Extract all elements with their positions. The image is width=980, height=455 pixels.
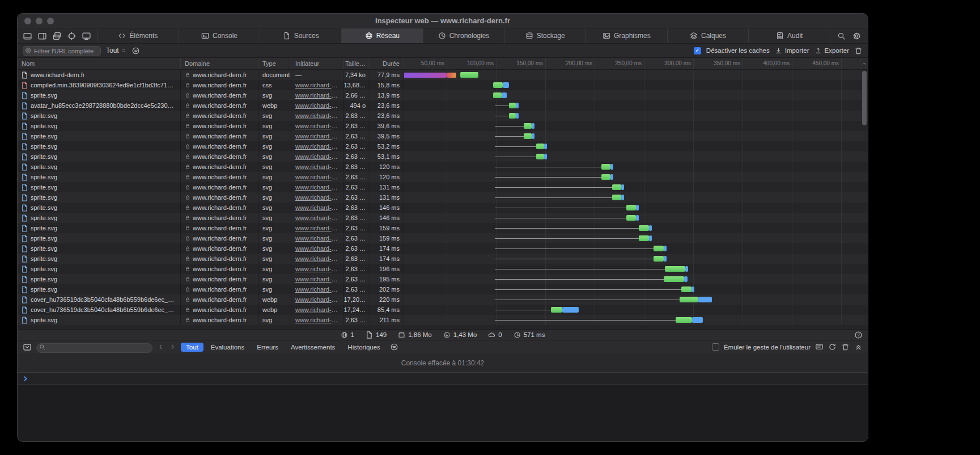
clear-console-trash-icon[interactable] — [841, 343, 850, 351]
network-row[interactable]: sprite.svgwww.richard-dern.frsvgwww.rich… — [18, 131, 868, 141]
network-row[interactable]: cover_hu736519dc3b5040cfa48b6b559b6de6ec… — [18, 294, 868, 305]
initiator-link[interactable]: www.richard-d… — [295, 225, 339, 231]
tab-network[interactable]: Réseau — [341, 28, 423, 43]
minimize-window-button[interactable] — [36, 18, 43, 24]
expand-console-icon[interactable] — [854, 343, 863, 351]
network-row[interactable]: avatar_hu85ecc3e298728880b0bde2dcc4e5c23… — [18, 100, 868, 111]
next-message-icon[interactable] — [169, 343, 176, 351]
tab-storage[interactable]: Stockage — [504, 28, 586, 43]
network-row[interactable]: sprite.svgwww.richard-dern.frsvgwww.rich… — [18, 264, 868, 274]
console-search-field[interactable] — [36, 342, 152, 352]
network-row[interactable]: sprite.svgwww.richard-dern.frsvgwww.rich… — [18, 254, 868, 264]
dock-bottom-icon[interactable] — [23, 31, 32, 41]
network-row[interactable]: sprite.svgwww.richard-dern.frsvgwww.rich… — [18, 121, 868, 131]
scroll-top-corner[interactable] — [860, 58, 868, 69]
network-row[interactable]: sprite.svgwww.richard-dern.frsvgwww.rich… — [18, 274, 868, 284]
network-row[interactable]: compiled.min.38390909f303624ed9e1cf1bd3f… — [18, 80, 868, 90]
initiator-link[interactable]: www.richard-d… — [295, 174, 339, 180]
column-header-domain[interactable]: Domaine — [181, 58, 258, 69]
console-prompt[interactable] — [18, 373, 868, 385]
undock-icon[interactable] — [52, 31, 62, 41]
initiator-link[interactable]: www.richard-d… — [295, 143, 339, 150]
tab-timelines[interactable]: Chronologies — [423, 28, 504, 43]
column-header-size[interactable]: Taille… — [343, 58, 370, 69]
tab-audit[interactable]: Audit — [748, 28, 830, 43]
clear-session-icon[interactable] — [828, 343, 837, 351]
previous-message-icon[interactable] — [157, 343, 164, 351]
initiator-link[interactable]: www.richard-d… — [295, 184, 339, 191]
column-header-initiator[interactable]: Initiateur — [291, 58, 343, 69]
initiator-link[interactable]: www.richard-d… — [295, 245, 339, 252]
url-filter-input[interactable] — [23, 46, 101, 56]
initiator-link[interactable]: www.richard-d… — [295, 276, 339, 283]
column-header-name[interactable]: Nom — [18, 58, 181, 69]
clear-network-items-icon[interactable] — [854, 47, 863, 55]
import-button[interactable]: Importer — [775, 47, 809, 54]
network-row[interactable]: sprite.svgwww.richard-dern.frsvgwww.rich… — [18, 203, 868, 213]
network-row[interactable]: sprite.svgwww.richard-dern.frsvgwww.rich… — [18, 172, 868, 182]
initiator-link[interactable]: www.richard-d… — [295, 102, 339, 109]
console-scope-tab[interactable]: Évaluations — [206, 343, 249, 352]
console-messages-icon[interactable] — [815, 343, 824, 351]
network-row[interactable]: www.richard-dern.frwww.richard-dern.frdo… — [18, 70, 868, 80]
console-scope-tab[interactable]: Avertissements — [286, 343, 340, 352]
network-row[interactable]: sprite.svgwww.richard-dern.frsvgwww.rich… — [18, 182, 868, 192]
initiator-link[interactable]: www.richard-d… — [295, 163, 339, 170]
network-row[interactable]: sprite.svgwww.richard-dern.frsvgwww.rich… — [18, 90, 868, 100]
column-header-duration[interactable]: Durée — [370, 58, 404, 69]
initiator-link[interactable]: www.richard-d… — [295, 317, 339, 323]
network-row[interactable]: sprite.svgwww.richard-dern.frsvgwww.rich… — [18, 223, 868, 233]
settings-gear-icon[interactable] — [852, 32, 861, 40]
emulate-user-gesture-checkbox[interactable] — [712, 343, 719, 351]
filter-options-icon[interactable] — [131, 47, 140, 55]
initiator-link[interactable]: www.richard-d… — [295, 255, 339, 262]
resource-type-dropdown[interactable]: Tout — [106, 47, 126, 54]
initiator-link[interactable]: www.richard-d… — [295, 133, 339, 140]
tab-graphics[interactable]: Graphismes — [586, 28, 667, 43]
initiator-link[interactable]: www.richard-d… — [295, 204, 339, 211]
network-row[interactable]: cover_hu736519dc3b5040cfa48b6b559b6de6ec… — [18, 305, 868, 315]
network-row[interactable]: sprite.svgwww.richard-dern.frsvgwww.rich… — [18, 284, 868, 294]
console-scope-tab[interactable]: Erreurs — [252, 343, 283, 352]
console-empty-area[interactable] — [18, 385, 868, 441]
column-header-type[interactable]: Type — [258, 58, 291, 69]
tab-console[interactable]: Console — [179, 28, 260, 43]
network-row[interactable]: sprite.svgwww.richard-dern.frsvgwww.rich… — [18, 243, 868, 254]
console-search-input[interactable] — [36, 343, 152, 353]
initiator-link[interactable]: www.richard-d… — [295, 235, 339, 242]
network-row[interactable]: sprite.svgwww.richard-dern.frsvgwww.rich… — [18, 141, 868, 151]
initiator-link[interactable]: www.richard-d… — [295, 153, 339, 160]
initiator-link[interactable]: www.richard-d… — [295, 296, 339, 303]
tab-sources[interactable]: Sources — [260, 28, 341, 43]
zoom-window-button[interactable] — [47, 18, 54, 24]
device-settings-icon[interactable] — [82, 31, 91, 41]
network-row[interactable]: sprite.svgwww.richard-dern.frsvgwww.rich… — [18, 315, 868, 325]
tab-layers[interactable]: Calques — [667, 28, 749, 43]
initiator-link[interactable]: www.richard-d… — [295, 266, 339, 272]
network-row[interactable]: sprite.svgwww.richard-dern.frsvgwww.rich… — [18, 162, 868, 172]
disable-caches-checkbox[interactable]: ✓ — [694, 47, 701, 54]
export-button[interactable]: Exporter — [814, 47, 849, 54]
initiator-link[interactable]: www.richard-d… — [295, 82, 339, 89]
url-filter-field[interactable] — [23, 45, 101, 56]
network-row[interactable]: sprite.svgwww.richard-dern.frsvgwww.rich… — [18, 192, 868, 203]
tab-elements[interactable]: Éléments — [97, 28, 179, 43]
initiator-link[interactable]: www.richard-d… — [295, 123, 339, 129]
initiator-link[interactable]: www.richard-d… — [295, 286, 339, 293]
initiator-link[interactable]: www.richard-d… — [295, 214, 339, 221]
console-drawer-icon[interactable] — [23, 343, 32, 352]
initiator-link[interactable]: www.richard-d… — [295, 306, 339, 313]
console-scope-tab[interactable]: Tout — [181, 343, 203, 352]
network-row[interactable]: sprite.svgwww.richard-dern.frsvgwww.rich… — [18, 151, 868, 162]
help-icon[interactable]: ? — [854, 331, 863, 339]
network-row[interactable]: sprite.svgwww.richard-dern.frsvgwww.rich… — [18, 111, 868, 121]
network-row[interactable]: sprite.svgwww.richard-dern.frsvgwww.rich… — [18, 233, 868, 243]
message-filter-icon[interactable] — [390, 343, 398, 351]
initiator-link[interactable]: www.richard-d… — [295, 112, 339, 119]
initiator-link[interactable]: www.richard-d… — [295, 194, 339, 201]
inspect-element-icon[interactable] — [67, 31, 77, 41]
close-window-button[interactable] — [24, 18, 31, 24]
search-icon[interactable] — [837, 32, 846, 40]
network-row[interactable]: sprite.svgwww.richard-dern.frsvgwww.rich… — [18, 213, 868, 223]
dock-side-icon[interactable] — [37, 31, 47, 41]
